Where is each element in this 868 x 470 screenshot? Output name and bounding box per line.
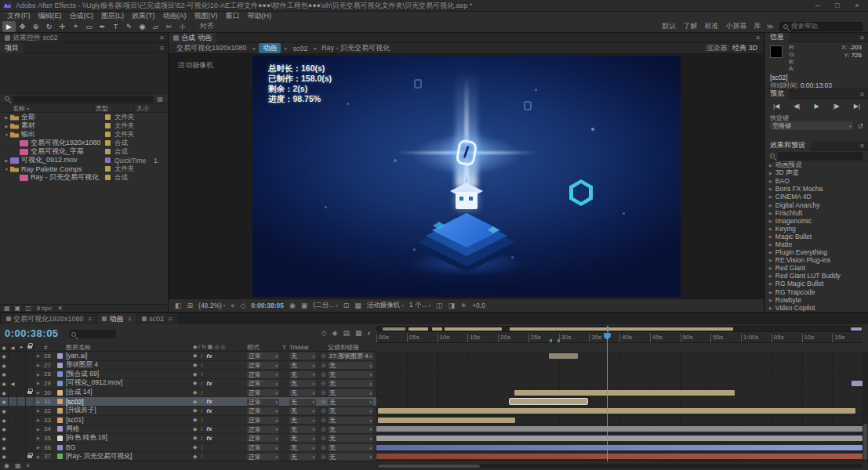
- blend-mode-select[interactable]: 正常▾: [247, 380, 279, 387]
- draft-3d-icon[interactable]: ◈: [332, 329, 338, 337]
- expand-arrow-icon[interactable]: ▶: [769, 281, 772, 286]
- expand-arrow-icon[interactable]: ▶: [769, 194, 772, 199]
- layer-lock-toggle[interactable]: [26, 416, 35, 425]
- parent-pickwhip-icon[interactable]: ◎: [319, 426, 328, 432]
- effects-category[interactable]: ▶Red Giant LUT Buddy: [765, 272, 868, 280]
- more-workspaces-icon[interactable]: ≫: [767, 23, 774, 31]
- effects-category[interactable]: ▶3D 声道: [765, 169, 868, 177]
- layer-lock-toggle[interactable]: [26, 352, 35, 360]
- layer-lock-toggle[interactable]: [26, 370, 35, 378]
- panel-menu-icon[interactable]: ≡: [856, 34, 868, 42]
- timeline-track[interactable]: [376, 425, 863, 434]
- layer-duration-bar[interactable]: [378, 418, 515, 423]
- timeline-track[interactable]: [376, 379, 863, 389]
- effects-category[interactable]: ▶Plugin Everything: [765, 248, 868, 256]
- layer-label-chip[interactable]: [56, 390, 64, 396]
- hide-shy-layers-icon[interactable]: ▤: [343, 329, 350, 337]
- parent-select[interactable]: 无▾: [328, 417, 373, 424]
- column-type[interactable]: 类型: [93, 104, 133, 113]
- column-name[interactable]: 名称▾: [0, 104, 93, 113]
- fast-previews-icon[interactable]: ◨: [449, 302, 456, 309]
- effects-category[interactable]: ▶Rowbyte: [765, 296, 868, 304]
- layer-audio-toggle[interactable]: ◀: [9, 379, 17, 388]
- snapshot-icon[interactable]: ◉: [289, 302, 296, 309]
- parent-pickwhip-icon[interactable]: ◎: [319, 362, 328, 368]
- layer-visibility-toggle[interactable]: ◉: [0, 425, 9, 433]
- panel-menu-icon[interactable]: ≡: [752, 34, 764, 42]
- vertical-scrollbar[interactable]: [863, 352, 868, 461]
- panel-menu-icon[interactable]: ≡: [89, 316, 93, 323]
- parent-select[interactable]: 27.形状图层 4▾: [328, 352, 373, 360]
- timeline-track[interactable]: [376, 352, 863, 361]
- effects-category[interactable]: ▶Digital Anarchy: [765, 201, 868, 208]
- layer-label-chip[interactable]: [56, 426, 64, 432]
- timeline-track[interactable]: [376, 389, 863, 398]
- column-size[interactable]: 大小: [133, 104, 168, 113]
- panel-menu-icon[interactable]: ≡: [156, 44, 168, 52]
- layer-duration-bar[interactable]: [852, 381, 863, 386]
- parent-pickwhip-icon[interactable]: ◎: [319, 417, 328, 423]
- layer-switches[interactable]: ◆/: [189, 444, 247, 450]
- effects-category[interactable]: ▶Matte: [765, 240, 868, 248]
- layer-label-chip[interactable]: [56, 445, 64, 450]
- layer-solo-toggle[interactable]: [17, 443, 26, 452]
- layer-solo-toggle[interactable]: [17, 352, 26, 360]
- expand-arrow-icon[interactable]: ▶: [769, 258, 772, 262]
- layer-lock-toggle[interactable]: [26, 452, 35, 461]
- layer-label-chip[interactable]: [56, 408, 64, 414]
- workspace-button[interactable]: 标准: [705, 21, 719, 31]
- layer-lock-toggle[interactable]: [26, 425, 35, 433]
- expand-arrow-icon[interactable]: ▶: [3, 115, 10, 120]
- parent-select[interactable]: 无▾: [328, 380, 373, 387]
- trkmat-select[interactable]: 无▾: [289, 407, 316, 414]
- expand-arrow-icon[interactable]: ▼: [3, 132, 10, 137]
- blend-mode-select[interactable]: 正常▾: [247, 435, 279, 442]
- parent-select[interactable]: 无▾: [328, 426, 373, 433]
- layer-solo-toggle[interactable]: [17, 434, 26, 443]
- parent-pickwhip-icon[interactable]: ◎: [319, 444, 328, 450]
- layer-switches[interactable]: ◆/fx: [189, 398, 247, 405]
- parent-pickwhip-icon[interactable]: ◎: [319, 435, 328, 441]
- shortcut-select[interactable]: 空格键▾: [770, 121, 853, 130]
- parent-select[interactable]: 无▾: [328, 371, 373, 378]
- last-frame-button[interactable]: ▶|: [854, 103, 860, 110]
- graph-editor-icon[interactable]: ≡: [27, 462, 31, 469]
- breadcrumb-item[interactable]: sc02: [292, 45, 310, 52]
- layer-audio-toggle[interactable]: [9, 425, 17, 433]
- region-of-interest-icon[interactable]: ⊡: [343, 302, 350, 309]
- layer-duration-bar[interactable]: [549, 353, 578, 359]
- tab-composition[interactable]: 合成 动画: [169, 33, 216, 43]
- trkmat-select[interactable]: 无▾: [289, 426, 316, 433]
- pen-tool[interactable]: ✒: [96, 21, 109, 32]
- layer-audio-toggle[interactable]: [9, 416, 17, 425]
- selection-tool[interactable]: ▶: [2, 21, 16, 32]
- effects-category[interactable]: ▶Red Giant: [765, 264, 868, 272]
- effects-category[interactable]: ▶Video Copilot: [765, 304, 868, 312]
- filter-icon[interactable]: ▦: [157, 96, 163, 103]
- expand-arrow-icon[interactable]: ▶: [769, 226, 772, 231]
- label-color-chip[interactable]: [105, 123, 111, 128]
- layer-expand-arrow[interactable]: ▶: [35, 363, 42, 367]
- panel-menu-icon[interactable]: ≡: [128, 316, 132, 323]
- horizontal-scrollbar[interactable]: [376, 464, 863, 468]
- timeline-track[interactable]: [376, 361, 863, 371]
- layer-expand-arrow[interactable]: ▶: [35, 454, 42, 459]
- eraser-tool[interactable]: ▱: [149, 21, 162, 32]
- layer-switches[interactable]: ◆/fx: [189, 425, 247, 432]
- timeline-navigator[interactable]: [376, 326, 863, 332]
- breadcrumb-item[interactable]: Ray - 贝壳交易可视化: [320, 43, 391, 53]
- parent-select[interactable]: 无▾: [328, 399, 373, 406]
- trkmat-select[interactable]: 无▾: [289, 389, 316, 396]
- layer-expand-arrow[interactable]: ▶: [35, 353, 42, 358]
- parent-pickwhip-icon[interactable]: ◎: [319, 399, 328, 405]
- timeline-track-area[interactable]: [376, 352, 863, 461]
- new-folder-icon[interactable]: ▣: [15, 305, 21, 312]
- layer-expand-arrow[interactable]: ▶: [35, 390, 42, 395]
- resolution-select[interactable]: (二分...▾: [313, 301, 337, 310]
- layer-switches[interactable]: ◆/: [189, 362, 247, 368]
- new-composition-icon[interactable]: ◫: [25, 305, 31, 312]
- tab-effect-controls[interactable]: 效果控件 sc02: [0, 33, 63, 43]
- label-color-chip[interactable]: [105, 132, 111, 137]
- adjust-exposure-icon[interactable]: ☀: [460, 302, 467, 309]
- layer-duration-bar[interactable]: [378, 408, 855, 414]
